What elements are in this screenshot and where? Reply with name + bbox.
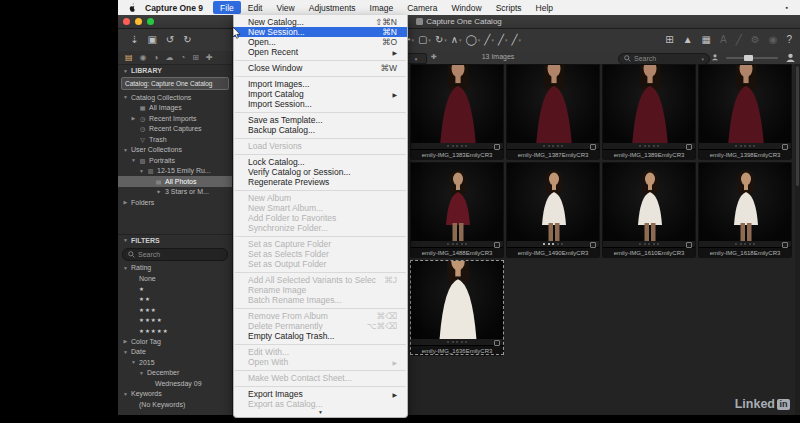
browser-search-input[interactable]: Search ▾ — [618, 53, 710, 65]
menubar-item-edit[interactable]: Edit — [241, 1, 270, 14]
focus-mask-icon[interactable]: ◉ — [769, 35, 778, 45]
menu-item-export-images[interactable]: Export Images▶ — [234, 389, 407, 399]
rotate-ccw-icon[interactable]: ↺ — [166, 35, 174, 45]
menu-item-new-session[interactable]: New Session...⌘N — [234, 27, 407, 37]
minimize-window-button[interactable] — [135, 18, 142, 25]
library-item-user-collections[interactable]: ▼User Collections — [118, 145, 232, 156]
apple-icon[interactable] — [128, 3, 136, 12]
menubar-item-scripts[interactable]: Scripts — [489, 1, 529, 14]
thumbnail[interactable]: emily-IMG_1389EmilyCR3 — [602, 64, 696, 159]
pencil-icon[interactable]: ╱ — [736, 35, 742, 45]
details-tab[interactable]: ⊞ — [192, 53, 199, 62]
close-window-button[interactable] — [123, 18, 130, 25]
menubar-item-window[interactable]: Window — [444, 1, 488, 14]
filter-item-wednesday-09[interactable]: Wednesday 09 — [118, 378, 232, 389]
menubar-item-file[interactable]: File — [213, 1, 241, 14]
menu-item-new-catalog[interactable]: New Catalog...⇧⌘N — [234, 17, 407, 27]
filters-header[interactable]: ▼ FILTERS — [118, 235, 232, 246]
filter-item-3-stars[interactable]: ★★★ — [118, 305, 232, 316]
thumbnail-size-slider[interactable] — [726, 57, 778, 59]
library-header[interactable]: ▼ LIBRARY — [118, 65, 232, 76]
slider-handle[interactable] — [744, 55, 753, 61]
exposure-tab[interactable]: ◔ — [180, 53, 185, 62]
library-item-recent-imports[interactable]: ▶◷Recent Imports — [118, 113, 232, 124]
thumbnail[interactable]: emily-IMG_1610EmilyCR3 — [602, 162, 696, 257]
menu-item-close-window[interactable]: Close Window⌘W — [234, 63, 407, 73]
straighten-tool-icon[interactable]: ∧▾ — [451, 35, 462, 45]
color-tab[interactable]: ◑ — [154, 53, 159, 62]
camera-icon[interactable]: ▣ — [147, 35, 156, 45]
annotation-icon[interactable]: A — [720, 35, 727, 45]
filter-item-2015[interactable]: ▼2015 — [118, 357, 232, 368]
thumbnail[interactable]: emily-IMG_1387EmilyCR3 — [506, 64, 600, 159]
thumbnail[interactable]: emily-IMG_1636EmilyCR3 — [410, 260, 504, 355]
filter-item-1-stars[interactable]: ★ — [118, 284, 232, 295]
catalog-selector[interactable]: Catalog: Capture One Catalog — [121, 77, 229, 90]
filters-search-input[interactable]: Search — [122, 248, 228, 261]
filter-item-december[interactable]: ▼December — [118, 368, 232, 379]
scrollbar-thumb[interactable] — [796, 66, 799, 186]
crop-tool-icon[interactable]: ▢▾ — [418, 35, 431, 45]
filter-item-no-keywords[interactable]: (No Keywords) — [118, 399, 232, 410]
sort-dropdown[interactable]: ▾ — [405, 53, 427, 64]
spot-tool-icon[interactable]: ◯▾ — [466, 35, 481, 45]
library-item-recent-captures[interactable]: ◷Recent Captures — [118, 124, 232, 135]
library-item-portraits[interactable]: ▼▧Portraits — [118, 155, 232, 166]
menu-item-lock-catalog[interactable]: Lock Catalog... — [234, 157, 407, 167]
menu-item-import-session[interactable]: Import Session... — [234, 99, 407, 109]
menu-item-backup-catalog[interactable]: Backup Catalog... — [234, 125, 407, 135]
filter-item-2-stars[interactable]: ★★ — [118, 294, 232, 305]
menu-item-regenerate-previews[interactable]: Regenerate Previews — [234, 177, 407, 187]
library-item-folders[interactable]: ▶Folders — [118, 197, 232, 208]
rotate-tool-icon[interactable]: ↻▾ — [435, 35, 447, 45]
filter-item-4-stars[interactable]: ★★★★ — [118, 315, 232, 326]
grid-view-icon[interactable]: ⊞ — [665, 35, 673, 45]
proof-view-icon[interactable]: ▦ — [702, 35, 711, 45]
help-icon[interactable]: ? — [786, 35, 792, 45]
menubar-item-camera[interactable]: Camera — [400, 1, 444, 14]
library-item-catalog-collections[interactable]: ▼Catalog Collections — [118, 92, 232, 103]
library-tab[interactable]: ▤ — [125, 53, 133, 62]
filter-item-rating[interactable]: ▼Rating — [118, 263, 232, 274]
thumbnail[interactable]: emily-IMG_1488EmilyCR3 — [410, 162, 504, 257]
gear-icon[interactable]: ⚙ — [751, 35, 760, 45]
gradient-mask-tool-icon[interactable]: ╱▾ — [511, 35, 521, 45]
cloud-tab[interactable]: ☁ — [165, 53, 173, 62]
rotate-cw-icon[interactable]: ↻ — [183, 35, 191, 45]
add-icon[interactable]: ✚ — [431, 53, 437, 61]
menu-item-import-images[interactable]: Import Images... — [234, 79, 407, 89]
library-item-trash[interactable]: ▽Trash — [118, 134, 232, 145]
exposure-warning-icon[interactable]: ▲ — [683, 35, 693, 45]
filter-item-keywords[interactable]: ▼Keywords — [118, 389, 232, 400]
capture-tab[interactable]: ◉ — [140, 53, 147, 62]
filter-item-none[interactable]: None — [118, 273, 232, 284]
library-item-all-photos[interactable]: ▤All Photos — [118, 176, 232, 187]
thumbnail[interactable]: emily-IMG_1618EmilyCR3 — [698, 162, 792, 257]
library-item-12-15-emily-ru[interactable]: ▼▥12-15 Emily Ru... — [118, 166, 232, 177]
menu-item-import-catalog[interactable]: Import Catalog▶ — [234, 89, 407, 99]
draw-mask-tool-icon[interactable]: ╱▾ — [484, 35, 494, 45]
filter-item-color-tag[interactable]: ▶Color Tag — [118, 336, 232, 347]
filter-item-5-stars[interactable]: ★★★★★ — [118, 326, 232, 337]
menu-scroll-down-icon[interactable]: ▼ — [234, 409, 407, 417]
menu-item-empty-catalog-trash[interactable]: Empty Catalog Trash... — [234, 331, 407, 341]
thumbnail[interactable]: emily-IMG_1490EmilyCR3 — [506, 162, 600, 257]
menu-item-open-recent[interactable]: Open Recent▶ — [234, 47, 407, 57]
menubar-item-image[interactable]: Image — [363, 1, 401, 14]
library-item-3-stars-or-m[interactable]: ✦3 Stars or M... — [118, 187, 232, 198]
menu-item-save-as-template[interactable]: Save as Template... — [234, 115, 407, 125]
filter-item-date[interactable]: ▼Date — [118, 347, 232, 358]
erase-mask-tool-icon[interactable]: ╱▾ — [498, 35, 508, 45]
thumbnail[interactable]: emily-IMG_1383EmilyCR3 — [410, 64, 504, 159]
menubar-item-adjustments[interactable]: Adjustments — [302, 1, 363, 14]
adjustments-tab[interactable]: ✚ — [206, 53, 213, 62]
browser-scrollbar[interactable] — [795, 64, 800, 415]
library-item-all-images[interactable]: ▦All Images — [118, 103, 232, 114]
menubar-app-name[interactable]: Capture One 9 — [141, 3, 207, 13]
menu-item-open[interactable]: Open...⌘O — [234, 37, 407, 47]
thumbnail[interactable]: emily-IMG_1398EmilyCR3 — [698, 64, 792, 159]
menubar-item-help[interactable]: Help — [529, 1, 560, 14]
menu-item-verify-catalog-or-session[interactable]: Verify Catalog or Session... — [234, 167, 407, 177]
title-bar[interactable]: Capture One Catalog — [118, 15, 800, 29]
menubar-item-view[interactable]: View — [269, 1, 301, 14]
